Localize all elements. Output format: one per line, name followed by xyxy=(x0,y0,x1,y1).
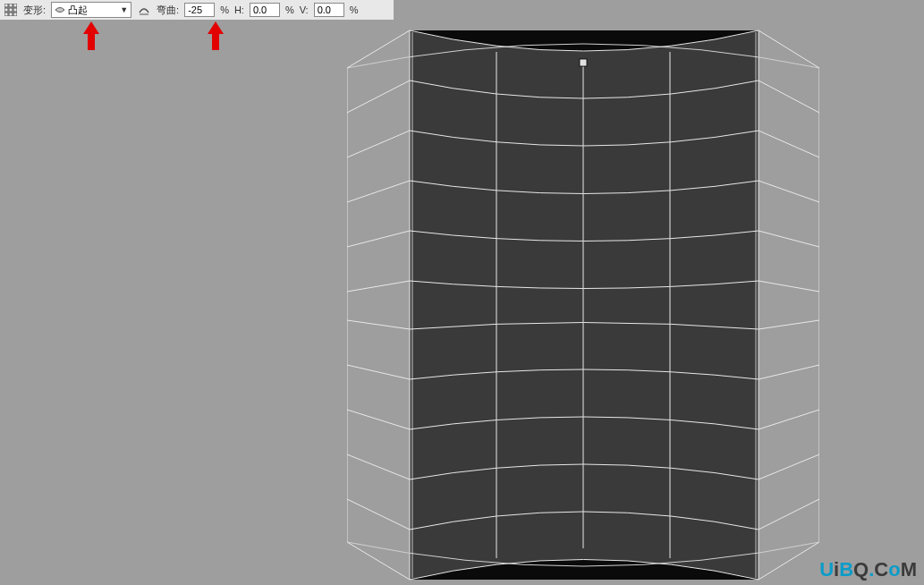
v-label: V: xyxy=(300,4,309,15)
warp-style-label: 变形: xyxy=(23,4,46,17)
annotation-arrow-bend xyxy=(208,21,224,50)
bend-percent-label: % xyxy=(220,4,229,15)
bend-label: 弯曲: xyxy=(157,4,179,17)
chevron-down-icon: ▼ xyxy=(120,5,128,14)
warp-style-dropdown[interactable]: 凸起 ▼ xyxy=(51,2,131,18)
document-canvas[interactable] xyxy=(347,25,819,581)
warp-style-value: 凸起 xyxy=(68,4,120,17)
warped-layer-fill xyxy=(410,30,759,580)
annotation-arrow-warp-style xyxy=(83,21,99,50)
warp-orientation-icon[interactable] xyxy=(137,3,151,17)
svg-rect-1 xyxy=(9,4,13,7)
svg-rect-20 xyxy=(580,59,587,66)
h-label: H: xyxy=(234,4,244,15)
bend-input[interactable] xyxy=(184,3,215,17)
v-distortion-input[interactable] xyxy=(314,3,344,17)
warp-options-toolbar: 变形: 凸起 ▼ 弯曲: % H: % V: % xyxy=(0,0,394,20)
warp-grid-icon xyxy=(4,3,18,17)
watermark: UiBQ.CoM xyxy=(819,558,917,581)
h-percent-label: % xyxy=(285,4,294,15)
svg-rect-3 xyxy=(4,8,8,12)
svg-rect-0 xyxy=(4,4,8,7)
svg-rect-6 xyxy=(4,13,8,16)
bulge-style-icon xyxy=(55,4,65,15)
svg-rect-4 xyxy=(9,8,13,12)
h-distortion-input[interactable] xyxy=(250,3,280,17)
svg-rect-5 xyxy=(13,8,17,12)
v-percent-label: % xyxy=(350,4,359,15)
svg-rect-2 xyxy=(13,4,17,7)
svg-rect-8 xyxy=(13,13,17,16)
svg-rect-7 xyxy=(9,13,13,16)
